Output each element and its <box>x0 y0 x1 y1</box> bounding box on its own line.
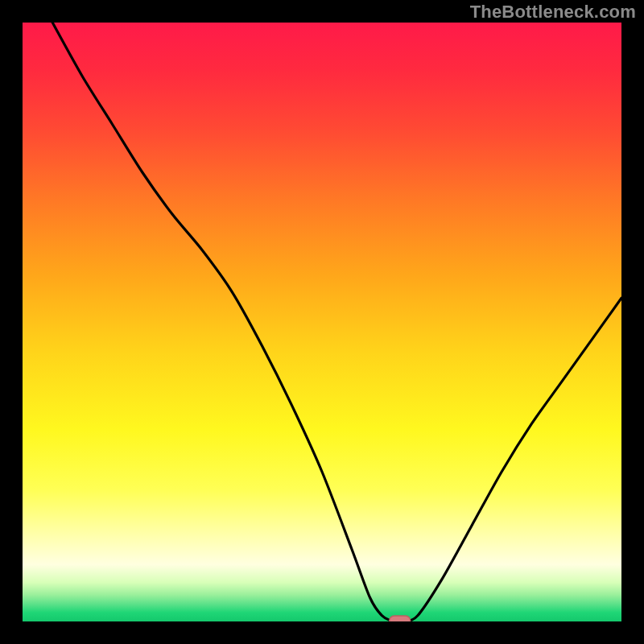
bottleneck-chart <box>23 23 621 621</box>
chart-frame: TheBottleneck.com <box>0 0 644 644</box>
optimum-marker <box>390 616 411 621</box>
chart-svg <box>23 23 621 621</box>
watermark-text: TheBottleneck.com <box>470 2 636 23</box>
gradient-background <box>23 23 621 621</box>
